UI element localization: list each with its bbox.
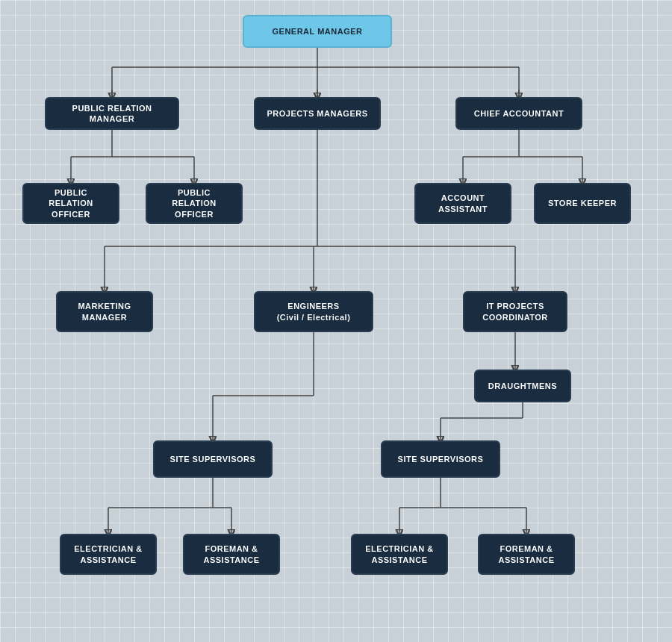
store-keeper-node: STORE KEEPER <box>534 183 631 224</box>
foreman-1-node: FOREMAN &ASSISTANCE <box>183 534 280 575</box>
it-projects-coordinator-node: IT PROJECTSCOORDINATOR <box>463 291 567 332</box>
electrician-2-node: ELECTRICIAN &ASSISTANCE <box>351 534 448 575</box>
account-assistant-node: ACCOUNTASSISTANT <box>414 183 511 224</box>
electrician-1-node: ELECTRICIAN &ASSISTANCE <box>60 534 157 575</box>
projects-managers-node: PROJECTS MANAGERS <box>254 97 381 130</box>
engineers-node: ENGINEERS(Civil / Electrical) <box>254 291 373 332</box>
public-relation-officer-2-node: PUBLIC RELATIONOFFICER <box>146 183 243 224</box>
site-supervisors-2-node: SITE SUPERVISORS <box>381 440 500 478</box>
draughtmens-node: DRAUGHTMENS <box>474 370 571 402</box>
general-manager-node: GENERAL MANAGER <box>243 15 392 48</box>
foreman-2-node: FOREMAN &ASSISTANCE <box>478 534 575 575</box>
site-supervisors-1-node: SITE SUPERVISORS <box>153 440 273 478</box>
org-chart: GENERAL MANAGER PUBLIC RELATION MANAGER … <box>0 0 672 642</box>
public-relation-manager-node: PUBLIC RELATION MANAGER <box>45 97 179 130</box>
marketing-manager-node: MARKETINGMANAGER <box>56 291 153 332</box>
chief-accountant-node: CHIEF ACCOUNTANT <box>455 97 582 130</box>
public-relation-officer-1-node: PUBLIC RELATIONOFFICER <box>22 183 119 224</box>
